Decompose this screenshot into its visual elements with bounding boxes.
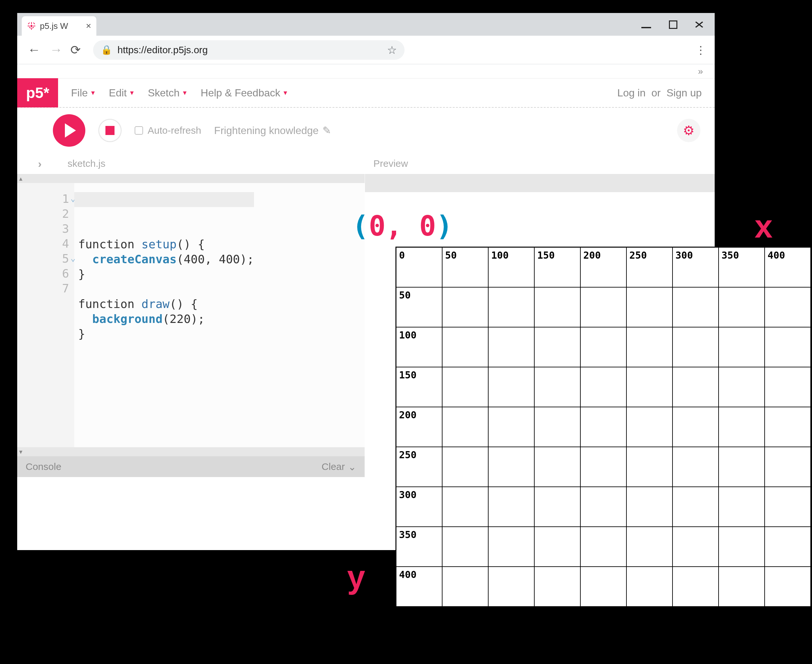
bookmark-star-icon[interactable]: ☆ [387, 44, 397, 57]
browser-toolbar: ← → ⟳ 🔒 https://editor.p5js.org ☆ ⋮ [17, 36, 715, 64]
auth-or: or [651, 87, 661, 99]
p5-menubar: p5* File▾ Edit▾ Sketch▾ Help & Feedback▾… [17, 78, 715, 108]
tab-title: p5.js W [40, 21, 68, 31]
svg-rect-1 [31, 22, 32, 24]
lock-icon: 🔒 [101, 44, 112, 55]
tab-close-icon[interactable]: × [86, 21, 91, 31]
chevron-down-icon: ⌄ [348, 461, 356, 472]
toolbar-overflow-row: » [17, 64, 715, 78]
gear-icon: ⚙ [683, 123, 695, 138]
overflow-chevron-icon[interactable]: » [698, 66, 703, 76]
auto-refresh-label: Auto-refresh [148, 125, 201, 136]
grid-table: 0501001502002503003504005010015020025030… [396, 247, 811, 607]
sidebar-expand-icon[interactable]: › [38, 158, 42, 170]
pencil-icon: ✎ [322, 124, 331, 137]
play-icon [65, 123, 76, 138]
menu-edit[interactable]: Edit▾ [109, 87, 134, 99]
svg-rect-8 [33, 23, 35, 24]
console-output [17, 477, 365, 550]
line-gutter: 1234567 [17, 174, 74, 456]
maximize-button[interactable] [669, 20, 677, 29]
back-button[interactable]: ← [26, 42, 42, 57]
line-highlight [74, 192, 254, 207]
code-editor[interactable]: 1234567 function setup() { createCanvas(… [17, 174, 365, 456]
sketch-name[interactable]: Frightening knowledge ✎ [214, 124, 331, 137]
auth-links: Log in or Sign up [617, 87, 715, 99]
menu-help[interactable]: Help & Feedback▾ [201, 87, 287, 99]
browser-menu-button[interactable]: ⋮ [695, 44, 706, 57]
tab-strip: p5.js W × × [17, 13, 715, 36]
stop-icon [106, 126, 115, 135]
x-axis-label: x [755, 208, 773, 245]
url-text: https://editor.p5js.org [117, 44, 382, 55]
window-controls: × [641, 17, 715, 36]
code-text[interactable]: function setup() { createCanvas(400, 400… [74, 174, 254, 456]
console-label: Console [26, 461, 61, 472]
auto-refresh-toggle[interactable]: Auto-refresh [135, 125, 201, 136]
signup-link[interactable]: Sign up [666, 87, 702, 99]
menu-file[interactable]: File▾ [71, 87, 95, 99]
svg-rect-7 [29, 27, 31, 29]
minimize-button[interactable] [641, 27, 651, 28]
svg-point-0 [31, 25, 33, 27]
current-file[interactable]: sketch.js [68, 158, 106, 169]
menu-sketch[interactable]: Sketch▾ [148, 87, 187, 99]
forward-button[interactable]: → [48, 42, 64, 57]
p5-favicon-icon [27, 21, 36, 31]
browser-tab[interactable]: p5.js W × [22, 16, 96, 36]
chevron-down-icon: ▾ [284, 89, 287, 97]
reload-button[interactable]: ⟳ [70, 43, 81, 57]
auto-refresh-checkbox[interactable] [135, 126, 143, 135]
p5-menu: File▾ Edit▾ Sketch▾ Help & Feedback▾ [58, 87, 287, 99]
preview-header: Preview [365, 153, 715, 174]
preview-body [365, 174, 715, 192]
coordinate-grid: 0501001502002503003504005010015020025030… [395, 247, 811, 607]
close-window-button[interactable]: × [694, 17, 705, 33]
play-button[interactable] [53, 114, 85, 147]
console-clear-button[interactable]: Clear ⌄ [322, 461, 356, 472]
svg-rect-2 [31, 28, 32, 30]
stop-button[interactable] [98, 119, 122, 142]
editor-pane: › sketch.js 1234567 function setup() { c… [17, 153, 365, 550]
settings-button[interactable]: ⚙ [677, 119, 700, 142]
console-bar[interactable]: Console Clear ⌄ [17, 456, 365, 477]
chevron-down-icon: ▾ [91, 89, 95, 97]
sketch-toolbar: Auto-refresh Frightening knowledge ✎ ⚙ [17, 108, 715, 153]
origin-label: (0, 0) [352, 210, 453, 242]
file-header: › sketch.js [17, 153, 365, 174]
chevron-down-icon: ▾ [183, 89, 187, 97]
address-bar[interactable]: 🔒 https://editor.p5js.org ☆ [93, 40, 404, 60]
p5-logo[interactable]: p5* [17, 78, 58, 107]
svg-rect-3 [28, 26, 30, 26]
svg-rect-6 [32, 27, 34, 29]
y-axis-label: y [347, 558, 365, 596]
login-link[interactable]: Log in [617, 87, 646, 99]
svg-rect-4 [33, 26, 35, 26]
chevron-down-icon: ▾ [130, 89, 134, 97]
svg-rect-5 [28, 23, 30, 24]
